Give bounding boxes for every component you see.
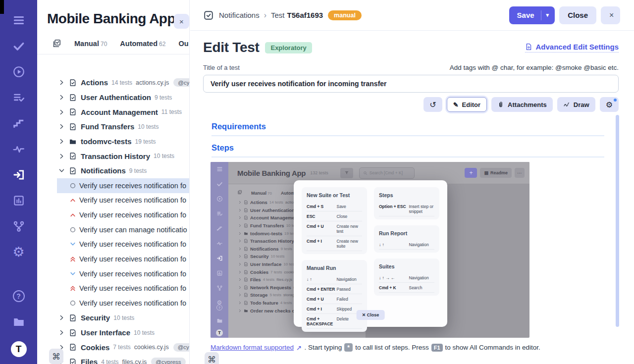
test-count: 11 tests bbox=[161, 108, 182, 115]
shortcut-keys: Cmd + S bbox=[307, 204, 336, 209]
doc-check-icon bbox=[69, 329, 77, 337]
attachments-tab-button[interactable]: Attachments bbox=[491, 97, 553, 112]
modal-close-button[interactable]: ✕ Close bbox=[357, 310, 385, 320]
chevron-icon bbox=[58, 138, 65, 145]
tree-suite-item[interactable]: User Interface10 tests bbox=[57, 325, 189, 340]
app-logo[interactable]: T bbox=[11, 341, 27, 357]
projects-icon[interactable] bbox=[12, 315, 25, 328]
chevron-icon bbox=[58, 123, 65, 130]
test-label: Verify user receives notification fo bbox=[79, 196, 186, 204]
shortcut-keys: Cmd + ENTER bbox=[307, 287, 336, 292]
suite-label: User Authentication bbox=[81, 93, 151, 102]
tree-suite-item[interactable]: Files4 testsfiles.cy.js@cypress bbox=[57, 355, 189, 364]
dismiss-button[interactable]: × bbox=[601, 6, 620, 24]
tab-automated[interactable]: Automated62 bbox=[120, 39, 165, 48]
tree-suite-item[interactable]: Account Management11 tests bbox=[57, 104, 189, 119]
tree-suite-item[interactable]: Transaction History10 tests bbox=[57, 149, 189, 163]
tests-icon[interactable] bbox=[12, 40, 25, 52]
suite-label: Transaction History bbox=[81, 152, 150, 160]
breadcrumb-test-id: T56af1693 bbox=[287, 11, 323, 19]
doc-check-icon bbox=[69, 358, 77, 364]
shortcut-card-title: Suites bbox=[379, 263, 434, 269]
settings-icon[interactable]: ⚙ bbox=[12, 246, 25, 259]
steps-icon[interactable] bbox=[12, 117, 25, 130]
requirements-heading[interactable]: Requirements bbox=[211, 122, 604, 131]
shortcut-keys: Option + ESC bbox=[379, 204, 409, 214]
external-link-icon: ↗ bbox=[296, 344, 302, 352]
save-dropdown-caret[interactable]: ▾ bbox=[546, 12, 555, 18]
breadcrumb-test-label: Test bbox=[271, 11, 285, 19]
runs-icon[interactable] bbox=[12, 65, 25, 78]
tree-test-item[interactable]: Verify user receives notification fo bbox=[57, 281, 189, 296]
suite-label: Cookies bbox=[81, 343, 109, 352]
editor-tab-button[interactable]: ✎Editor bbox=[447, 97, 487, 112]
shortcut-card-title: Run Report bbox=[379, 230, 434, 236]
embedded-screenshot[interactable]: ⚙ ? T Mobile Banking App 132 tests Searc… bbox=[211, 162, 529, 338]
test-count: 9 tests bbox=[129, 167, 147, 174]
breadcrumb-separator: › bbox=[264, 11, 266, 20]
suite-label: Files bbox=[81, 358, 98, 364]
tree-suite-item[interactable]: todomvc-tests19 tests bbox=[57, 134, 189, 149]
shortcut-keys: ↓ ↑ bbox=[379, 242, 409, 247]
close-button[interactable]: Close bbox=[559, 6, 596, 24]
pulse-icon[interactable] bbox=[12, 143, 25, 156]
draw-tab-button[interactable]: Draw bbox=[557, 97, 595, 112]
sign-in-icon[interactable] bbox=[12, 168, 25, 181]
tree-test-item[interactable]: Verify user receives notification fo bbox=[57, 296, 189, 311]
analytics-icon[interactable] bbox=[12, 194, 25, 207]
branch-icon[interactable] bbox=[12, 220, 25, 233]
tree-test-item[interactable]: Verify user can manage notificatio bbox=[57, 222, 189, 237]
test-count: 10 tests bbox=[113, 314, 134, 321]
shortcut-action: Navigation bbox=[336, 277, 362, 282]
test-label: Verify user receives notification fo bbox=[79, 299, 186, 307]
left-nav-rail: ⚙ ? T bbox=[0, 0, 37, 364]
test-plans-icon[interactable] bbox=[12, 91, 25, 104]
shortcut-action: Navigation bbox=[409, 242, 434, 247]
tree-suite-item[interactable]: Notifications9 tests bbox=[57, 163, 189, 178]
steps-heading[interactable]: Steps bbox=[211, 143, 604, 153]
panel-close-button[interactable]: × bbox=[174, 14, 189, 29]
priority-critical-icon bbox=[69, 256, 76, 262]
tab-outline[interactable]: Ou bbox=[178, 39, 188, 48]
gear-icon: ⚙ bbox=[606, 100, 613, 109]
shortcut-keys: Cmd + I bbox=[307, 239, 336, 249]
test-title-input[interactable] bbox=[203, 75, 619, 93]
tree-command-key-button[interactable]: ⌘ bbox=[49, 349, 63, 364]
markdown-link[interactable]: Markdown format supported bbox=[211, 344, 294, 351]
history-button[interactable]: ↺ bbox=[423, 97, 442, 112]
advanced-edit-settings-link[interactable]: Advanced Edit Settings bbox=[525, 43, 619, 52]
priority-critical-icon bbox=[69, 285, 76, 292]
help-icon[interactable]: ? bbox=[12, 290, 25, 303]
tree-test-item[interactable]: Verify user receives notification fo bbox=[57, 178, 189, 193]
spec-file: actions.cy.js bbox=[136, 79, 169, 86]
menu-icon[interactable] bbox=[12, 14, 25, 27]
tree-suite-item[interactable]: Cookies7 testscookies.cy.js@cypres bbox=[57, 340, 189, 355]
editor-settings-button[interactable]: ⚙ bbox=[600, 97, 619, 112]
tree-suite-item[interactable]: Security10 tests bbox=[57, 311, 189, 325]
tree-test-item[interactable]: Verify user receives notification fo bbox=[57, 193, 189, 208]
suite-label: Account Management bbox=[81, 108, 158, 116]
save-button[interactable]: Save▾ bbox=[509, 6, 555, 24]
breadcrumb-section[interactable]: Notifications bbox=[219, 11, 260, 19]
test-type-badge: Exploratory bbox=[265, 42, 312, 53]
page-title: Edit Test bbox=[203, 40, 259, 55]
tab-manual[interactable]: Manual70 bbox=[74, 39, 107, 48]
folder-icon bbox=[69, 138, 77, 146]
chevron-icon bbox=[58, 109, 65, 115]
tree-suite-item[interactable]: User Authentication9 tests bbox=[57, 90, 189, 105]
suite-tree: Actions14 testsactions.cy.js@cypreUser A… bbox=[37, 75, 189, 364]
chevron-icon bbox=[58, 329, 65, 336]
suite-label: Actions bbox=[81, 78, 108, 87]
shortcut-row: Cmd + BACKSPACEDelete bbox=[307, 314, 362, 329]
editor-command-key-button[interactable]: ⌘ bbox=[205, 352, 219, 364]
tree-test-item[interactable]: Verify user receives notification fo bbox=[57, 252, 189, 266]
tree-suite-item[interactable]: Actions14 testsactions.cy.js@cypre bbox=[57, 75, 189, 90]
tree-suite-item[interactable]: Fund Transfers10 tests bbox=[57, 119, 189, 134]
tree-test-item[interactable]: Verify user receives notification fo bbox=[57, 208, 189, 222]
test-label: Verify user receives notification fo bbox=[79, 211, 186, 219]
vertical-scrollbar[interactable] bbox=[616, 115, 619, 327]
editor-toolbar: ↺ ✎Editor Attachments Draw ⚙ bbox=[203, 97, 619, 112]
tree-test-item[interactable]: Verify user receives notification fo bbox=[57, 237, 189, 252]
tree-test-item[interactable]: Verify user receives notification fo bbox=[57, 266, 189, 281]
shortcut-card: Suites↓ ↑ → ←NavigationCmd + KSearch bbox=[374, 259, 439, 296]
